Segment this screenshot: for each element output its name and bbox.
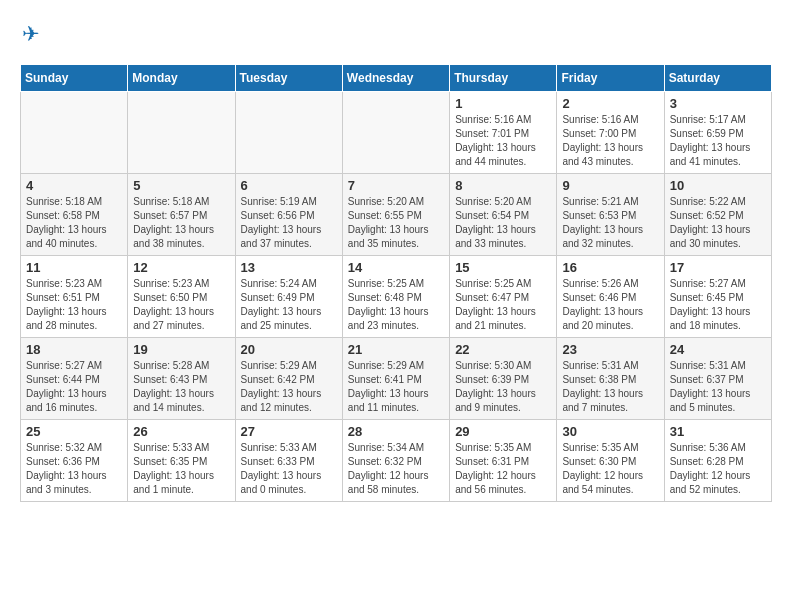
day-number: 3 (670, 96, 766, 111)
calendar-cell: 16Sunrise: 5:26 AM Sunset: 6:46 PM Dayli… (557, 256, 664, 338)
day-number: 9 (562, 178, 658, 193)
day-number: 13 (241, 260, 337, 275)
day-info: Sunrise: 5:16 AM Sunset: 7:00 PM Dayligh… (562, 113, 658, 169)
day-number: 18 (26, 342, 122, 357)
calendar-cell (21, 92, 128, 174)
day-info: Sunrise: 5:21 AM Sunset: 6:53 PM Dayligh… (562, 195, 658, 251)
weekday-header-monday: Monday (128, 65, 235, 92)
day-info: Sunrise: 5:36 AM Sunset: 6:28 PM Dayligh… (670, 441, 766, 497)
calendar-cell: 17Sunrise: 5:27 AM Sunset: 6:45 PM Dayli… (664, 256, 771, 338)
calendar-cell: 27Sunrise: 5:33 AM Sunset: 6:33 PM Dayli… (235, 420, 342, 502)
day-number: 30 (562, 424, 658, 439)
day-number: 25 (26, 424, 122, 439)
day-info: Sunrise: 5:19 AM Sunset: 6:56 PM Dayligh… (241, 195, 337, 251)
svg-text:✈: ✈ (22, 22, 40, 45)
day-number: 19 (133, 342, 229, 357)
day-number: 29 (455, 424, 551, 439)
calendar-cell: 23Sunrise: 5:31 AM Sunset: 6:38 PM Dayli… (557, 338, 664, 420)
calendar-cell: 13Sunrise: 5:24 AM Sunset: 6:49 PM Dayli… (235, 256, 342, 338)
day-number: 11 (26, 260, 122, 275)
logo-icon: ✈ (20, 20, 48, 48)
day-number: 23 (562, 342, 658, 357)
day-info: Sunrise: 5:28 AM Sunset: 6:43 PM Dayligh… (133, 359, 229, 415)
day-number: 2 (562, 96, 658, 111)
day-number: 15 (455, 260, 551, 275)
calendar-cell: 29Sunrise: 5:35 AM Sunset: 6:31 PM Dayli… (450, 420, 557, 502)
day-number: 28 (348, 424, 444, 439)
calendar-cell: 21Sunrise: 5:29 AM Sunset: 6:41 PM Dayli… (342, 338, 449, 420)
page-header: ✈ (20, 20, 772, 48)
day-info: Sunrise: 5:31 AM Sunset: 6:38 PM Dayligh… (562, 359, 658, 415)
day-info: Sunrise: 5:23 AM Sunset: 6:50 PM Dayligh… (133, 277, 229, 333)
calendar-cell: 11Sunrise: 5:23 AM Sunset: 6:51 PM Dayli… (21, 256, 128, 338)
day-info: Sunrise: 5:25 AM Sunset: 6:47 PM Dayligh… (455, 277, 551, 333)
weekday-header-friday: Friday (557, 65, 664, 92)
day-number: 17 (670, 260, 766, 275)
calendar-cell (342, 92, 449, 174)
day-info: Sunrise: 5:22 AM Sunset: 6:52 PM Dayligh… (670, 195, 766, 251)
logo: ✈ (20, 20, 52, 48)
day-number: 4 (26, 178, 122, 193)
day-info: Sunrise: 5:26 AM Sunset: 6:46 PM Dayligh… (562, 277, 658, 333)
day-number: 27 (241, 424, 337, 439)
day-number: 26 (133, 424, 229, 439)
day-number: 31 (670, 424, 766, 439)
day-number: 16 (562, 260, 658, 275)
day-info: Sunrise: 5:23 AM Sunset: 6:51 PM Dayligh… (26, 277, 122, 333)
calendar-cell: 5Sunrise: 5:18 AM Sunset: 6:57 PM Daylig… (128, 174, 235, 256)
day-number: 20 (241, 342, 337, 357)
day-info: Sunrise: 5:16 AM Sunset: 7:01 PM Dayligh… (455, 113, 551, 169)
calendar-cell: 12Sunrise: 5:23 AM Sunset: 6:50 PM Dayli… (128, 256, 235, 338)
day-info: Sunrise: 5:18 AM Sunset: 6:57 PM Dayligh… (133, 195, 229, 251)
day-number: 24 (670, 342, 766, 357)
day-info: Sunrise: 5:33 AM Sunset: 6:33 PM Dayligh… (241, 441, 337, 497)
day-number: 5 (133, 178, 229, 193)
day-info: Sunrise: 5:27 AM Sunset: 6:44 PM Dayligh… (26, 359, 122, 415)
weekday-header-saturday: Saturday (664, 65, 771, 92)
day-info: Sunrise: 5:32 AM Sunset: 6:36 PM Dayligh… (26, 441, 122, 497)
day-number: 10 (670, 178, 766, 193)
weekday-header-sunday: Sunday (21, 65, 128, 92)
day-number: 21 (348, 342, 444, 357)
calendar-cell: 19Sunrise: 5:28 AM Sunset: 6:43 PM Dayli… (128, 338, 235, 420)
day-info: Sunrise: 5:20 AM Sunset: 6:55 PM Dayligh… (348, 195, 444, 251)
calendar-cell: 18Sunrise: 5:27 AM Sunset: 6:44 PM Dayli… (21, 338, 128, 420)
calendar-cell: 24Sunrise: 5:31 AM Sunset: 6:37 PM Dayli… (664, 338, 771, 420)
day-info: Sunrise: 5:17 AM Sunset: 6:59 PM Dayligh… (670, 113, 766, 169)
calendar-cell: 22Sunrise: 5:30 AM Sunset: 6:39 PM Dayli… (450, 338, 557, 420)
day-info: Sunrise: 5:25 AM Sunset: 6:48 PM Dayligh… (348, 277, 444, 333)
day-number: 1 (455, 96, 551, 111)
day-number: 14 (348, 260, 444, 275)
day-number: 6 (241, 178, 337, 193)
day-number: 7 (348, 178, 444, 193)
day-info: Sunrise: 5:29 AM Sunset: 6:42 PM Dayligh… (241, 359, 337, 415)
calendar-table: SundayMondayTuesdayWednesdayThursdayFrid… (20, 64, 772, 502)
calendar-cell: 1Sunrise: 5:16 AM Sunset: 7:01 PM Daylig… (450, 92, 557, 174)
calendar-cell: 7Sunrise: 5:20 AM Sunset: 6:55 PM Daylig… (342, 174, 449, 256)
day-info: Sunrise: 5:33 AM Sunset: 6:35 PM Dayligh… (133, 441, 229, 497)
day-info: Sunrise: 5:24 AM Sunset: 6:49 PM Dayligh… (241, 277, 337, 333)
calendar-cell: 31Sunrise: 5:36 AM Sunset: 6:28 PM Dayli… (664, 420, 771, 502)
calendar-cell (128, 92, 235, 174)
calendar-cell: 25Sunrise: 5:32 AM Sunset: 6:36 PM Dayli… (21, 420, 128, 502)
calendar-cell: 30Sunrise: 5:35 AM Sunset: 6:30 PM Dayli… (557, 420, 664, 502)
calendar-cell: 26Sunrise: 5:33 AM Sunset: 6:35 PM Dayli… (128, 420, 235, 502)
calendar-cell (235, 92, 342, 174)
calendar-cell: 2Sunrise: 5:16 AM Sunset: 7:00 PM Daylig… (557, 92, 664, 174)
calendar-cell: 6Sunrise: 5:19 AM Sunset: 6:56 PM Daylig… (235, 174, 342, 256)
calendar-cell: 4Sunrise: 5:18 AM Sunset: 6:58 PM Daylig… (21, 174, 128, 256)
day-info: Sunrise: 5:35 AM Sunset: 6:30 PM Dayligh… (562, 441, 658, 497)
day-number: 22 (455, 342, 551, 357)
weekday-header-tuesday: Tuesday (235, 65, 342, 92)
calendar-cell: 14Sunrise: 5:25 AM Sunset: 6:48 PM Dayli… (342, 256, 449, 338)
day-info: Sunrise: 5:34 AM Sunset: 6:32 PM Dayligh… (348, 441, 444, 497)
day-info: Sunrise: 5:18 AM Sunset: 6:58 PM Dayligh… (26, 195, 122, 251)
calendar-cell: 28Sunrise: 5:34 AM Sunset: 6:32 PM Dayli… (342, 420, 449, 502)
weekday-header-wednesday: Wednesday (342, 65, 449, 92)
calendar-cell: 20Sunrise: 5:29 AM Sunset: 6:42 PM Dayli… (235, 338, 342, 420)
day-info: Sunrise: 5:20 AM Sunset: 6:54 PM Dayligh… (455, 195, 551, 251)
calendar-cell: 9Sunrise: 5:21 AM Sunset: 6:53 PM Daylig… (557, 174, 664, 256)
day-info: Sunrise: 5:27 AM Sunset: 6:45 PM Dayligh… (670, 277, 766, 333)
day-info: Sunrise: 5:29 AM Sunset: 6:41 PM Dayligh… (348, 359, 444, 415)
day-info: Sunrise: 5:31 AM Sunset: 6:37 PM Dayligh… (670, 359, 766, 415)
